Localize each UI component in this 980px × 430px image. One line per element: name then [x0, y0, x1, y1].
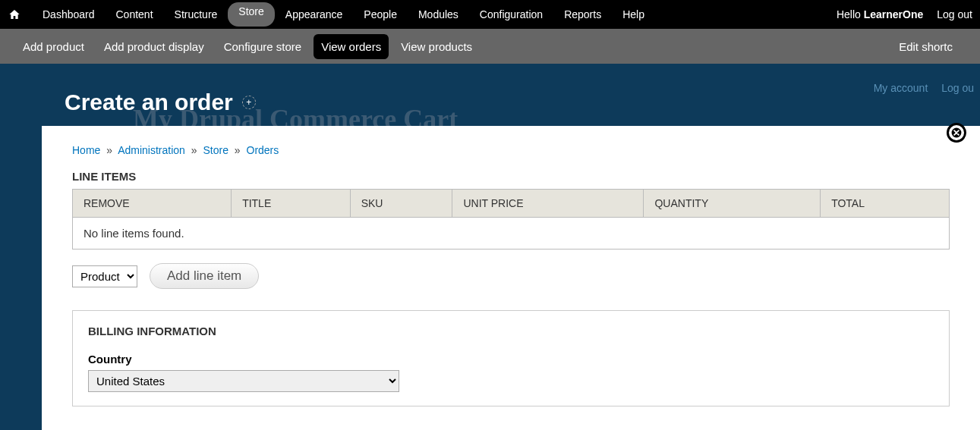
admin-nav-item[interactable]: Structure [164, 2, 228, 27]
line-item-type-select[interactable]: Product [72, 265, 137, 287]
shortcut-nav: Add productAdd product displayConfigure … [15, 34, 484, 59]
breadcrumb-admin[interactable]: Administration [118, 144, 185, 156]
billing-heading: BILLING INFORMATION [88, 325, 934, 337]
column-header: REMOVE [73, 190, 232, 218]
breadcrumb-orders[interactable]: Orders [247, 144, 279, 156]
edit-shortcuts-link[interactable]: Edit shortc [891, 34, 960, 59]
admin-nav-item[interactable]: Modules [408, 2, 469, 27]
hello-text: Hello LearnerOne [837, 8, 923, 20]
close-overlay-button[interactable] [947, 123, 966, 143]
column-header: TOTAL [821, 190, 950, 218]
admin-nav-item[interactable]: Configuration [469, 2, 553, 27]
add-line-item-button[interactable]: Add line item [150, 263, 259, 289]
breadcrumb-store[interactable]: Store [203, 144, 228, 156]
admin-nav-item[interactable]: Reports [553, 2, 612, 27]
breadcrumb: Home » Administration » Store » Orders [72, 144, 950, 156]
admin-nav-item[interactable]: Help [612, 2, 655, 27]
column-header: SKU [350, 190, 452, 218]
admin-nav-item[interactable]: Content [106, 2, 164, 27]
empty-message: No line items found. [73, 218, 950, 250]
overlay-content: Home » Administration » Store » Orders L… [42, 126, 980, 430]
breadcrumb-sep: » [191, 144, 197, 156]
breadcrumb-sep: » [235, 144, 241, 156]
billing-information-fieldset: BILLING INFORMATION Country United State… [72, 310, 950, 406]
admin-nav-item[interactable]: Dashboard [32, 2, 106, 27]
column-header: UNIT PRICE [452, 190, 644, 218]
overlay: Create an order + Home » Administration … [42, 85, 980, 430]
add-line-item-row: Product Add line item [72, 263, 950, 289]
shortcut-item[interactable]: Add product display [96, 34, 212, 59]
admin-nav: DashboardContentStructureStoreAppearance… [32, 2, 655, 27]
country-select[interactable]: United States [88, 370, 399, 392]
shortcut-item[interactable]: View orders [314, 34, 389, 59]
admin-nav-item[interactable]: Store [228, 2, 274, 27]
line-item-type-select-wrap: Product [72, 265, 137, 287]
page-title: Create an order [65, 89, 233, 115]
user-area: Hello LearnerOne Log out [837, 8, 972, 20]
line-items-table: REMOVETITLESKUUNIT PRICEQUANTITYTOTAL No… [72, 189, 950, 250]
table-row: No line items found. [73, 218, 950, 250]
overlay-title-row: Create an order + [42, 85, 980, 126]
shortcut-item[interactable]: Add product [15, 34, 92, 59]
admin-toolbar: DashboardContentStructureStoreAppearance… [0, 0, 980, 29]
shortcut-bar: Add productAdd product displayConfigure … [0, 29, 980, 64]
logout-link[interactable]: Log out [937, 8, 972, 20]
username: LearnerOne [864, 8, 924, 20]
admin-nav-item[interactable]: People [353, 2, 408, 27]
home-icon[interactable] [8, 8, 21, 21]
shortcut-item[interactable]: Configure store [216, 34, 310, 59]
shortcut-item[interactable]: View products [393, 34, 480, 59]
breadcrumb-sep: » [106, 144, 112, 156]
column-header: TITLE [232, 190, 351, 218]
country-label: Country [88, 353, 934, 366]
column-header: QUANTITY [644, 190, 821, 218]
breadcrumb-home[interactable]: Home [72, 144, 100, 156]
line-items-heading: LINE ITEMS [72, 170, 950, 183]
hello-prefix: Hello [837, 8, 864, 20]
add-shortcut-icon[interactable]: + [242, 96, 256, 109]
admin-nav-item[interactable]: Appearance [275, 2, 354, 27]
